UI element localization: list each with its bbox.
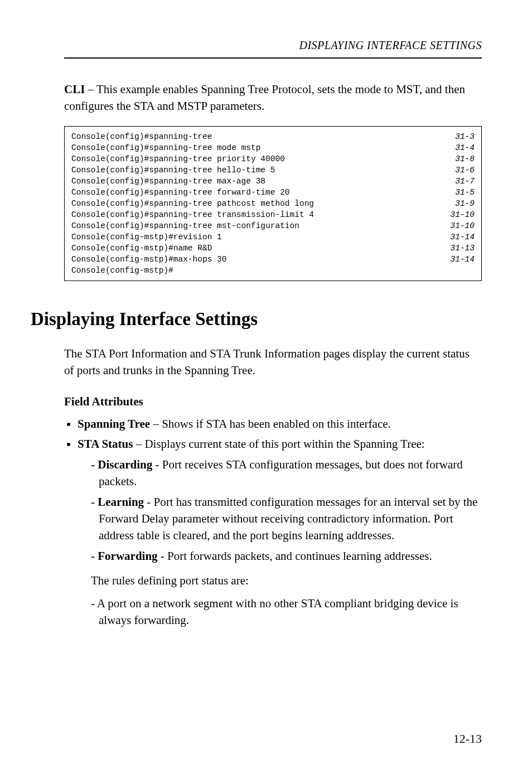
rules-intro: The rules defining port status are: [91, 572, 482, 589]
cli-line: Console(config)#spanning-tree transmissi… [71, 209, 475, 220]
cli-line: Console(config)#spanning-tree max-age 38… [71, 176, 475, 187]
list-item: Learning - Port has transmitted configur… [91, 494, 482, 544]
cli-line: Console(config-mstp)#revision 131-14 [71, 231, 475, 243]
list-item: Discarding - Port receives STA configura… [91, 456, 482, 490]
cli-code-block: Console(config)#spanning-tree31-3 Consol… [64, 126, 482, 281]
running-header: DISPLAYING INTERFACE SETTINGS [64, 39, 482, 52]
cli-line: Console(config-mstp)#max-hops 3031-14 [71, 254, 475, 265]
cli-line: Console(config)#spanning-tree pathcost m… [71, 198, 475, 209]
cli-line: Console(config)#spanning-tree31-3 [71, 131, 475, 142]
section-body: The STA Port Information and STA Trunk I… [64, 345, 482, 379]
list-item: STA Status – Displays current state of t… [78, 436, 482, 628]
cli-line: Console(config)#spanning-tree forward-ti… [71, 187, 475, 198]
cli-line: Console(config)#spanning-tree priority 4… [71, 153, 475, 165]
cli-line: Console(config)#spanning-tree mode mstp3… [71, 142, 475, 153]
attribute-list: Spanning Tree – Shows if STA has been en… [64, 415, 482, 629]
intro-paragraph: CLI – This example enables Spanning Tree… [64, 81, 482, 115]
cli-line: Console(config-mstp)#name R&D31-13 [71, 243, 475, 254]
cli-line: Console(config)#spanning-tree mst-config… [71, 220, 475, 231]
cli-line: Console(config-mstp)# [71, 265, 475, 276]
cli-line: Console(config)#spanning-tree hello-time… [71, 165, 475, 176]
field-attributes-heading: Field Attributes [64, 395, 482, 409]
page-number: 12-13 [453, 732, 482, 746]
list-item: Spanning Tree – Shows if STA has been en… [78, 415, 482, 432]
rule-item: - A port on a network segment with no ot… [91, 595, 482, 629]
section-heading: Displaying Interface Settings [31, 309, 482, 330]
header-rule [64, 57, 482, 59]
state-sublist: Discarding - Port receives STA configura… [78, 456, 482, 565]
list-item: Forwarding - Port forwards packets, and … [91, 548, 482, 564]
